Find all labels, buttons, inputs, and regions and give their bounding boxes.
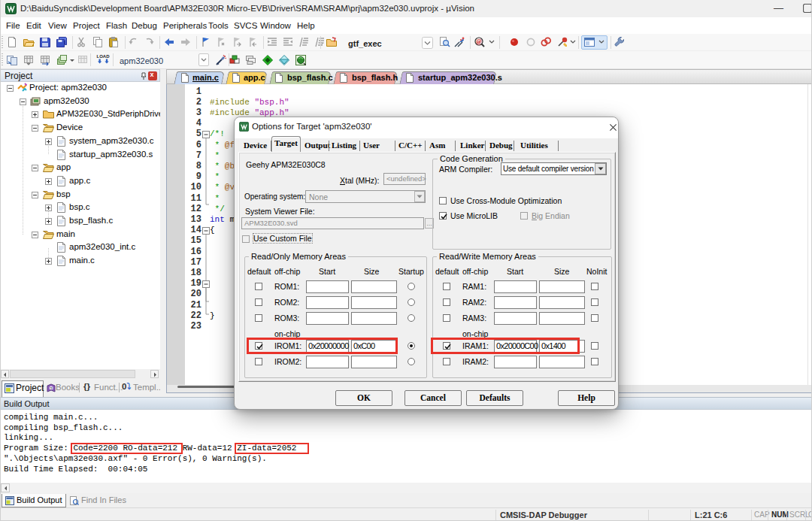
svg-text:@: @ (476, 38, 482, 45)
svg-text:LOAD: LOAD (97, 54, 111, 59)
